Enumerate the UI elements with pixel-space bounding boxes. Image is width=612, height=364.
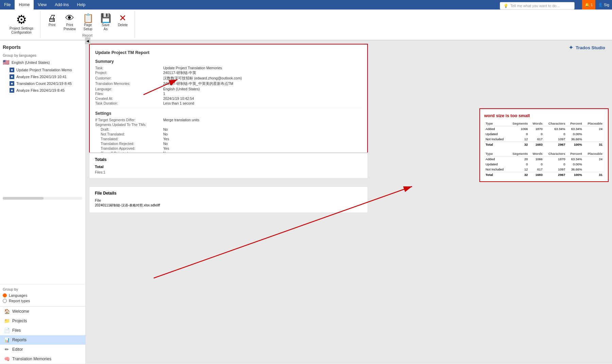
zoom-col-characters-2: Characters xyxy=(544,151,567,157)
tree-item-1[interactable]: ■ Analyze Files 2024/1/19 10:41 xyxy=(0,73,85,80)
tree-icon-2: ■ xyxy=(10,81,14,86)
zoom-col-percent-2: Percent xyxy=(566,151,583,157)
nav-editor-label: Editor xyxy=(12,347,23,352)
zoom-col-placeable: Placeable xyxy=(583,121,604,126)
print-icon: 🖨 xyxy=(48,14,56,22)
group-by-languages-label: Group by languages xyxy=(0,53,85,58)
page-setup-button[interactable]: 📋 PageSetup xyxy=(80,12,96,33)
settings-label: Settings xyxy=(95,111,362,116)
report-field-created: Created At: 2024/1/19 10:42:54 xyxy=(95,96,362,101)
page-setup-icon: 📋 xyxy=(83,14,94,22)
file-row: 20240111研制链-汉语-表格对照.xlsx.sdlxliff xyxy=(95,202,362,208)
delete-button[interactable]: ✕ Delete xyxy=(115,12,131,28)
nav-projects-label: Projects xyxy=(12,318,27,323)
table-row: Updated 0 0 0 0.00% xyxy=(484,131,604,136)
nav-editor[interactable]: ✏ Editor xyxy=(0,345,85,354)
report-field-language: Language: English (United States) xyxy=(95,87,362,91)
files-icon: 📄 xyxy=(4,328,10,333)
tree-icon-3: ■ xyxy=(10,88,14,93)
totals-files: Files:1 xyxy=(95,170,362,174)
nav-translation-memories[interactable]: 🧠 Translation Memories xyxy=(0,354,85,364)
zoom-table-1: Type Segments Words Characters Percent P… xyxy=(484,121,604,147)
report-panel: Update Project TM Report Summary Task: U… xyxy=(89,44,368,167)
tree-label-2: Translation Count 2024/1/19 8:45 xyxy=(16,81,72,86)
save-as-icon: 💾 xyxy=(100,14,111,22)
user-button[interactable]: 👤 Sig xyxy=(595,0,612,10)
nav-reports[interactable]: 📊 Reports xyxy=(0,335,85,345)
tree-icon-0: ■ xyxy=(10,68,14,72)
welcome-icon: 🏠 xyxy=(4,309,10,314)
zoom-col-segments-2: Segments xyxy=(508,151,529,157)
tree-label-0: Update Project Translation Memo xyxy=(16,68,72,72)
table-row: Added 1066 1870 63.34% 63.34% 24 xyxy=(484,126,604,132)
radio-report-types[interactable]: Report types xyxy=(3,298,83,304)
trados-icon: ✦ xyxy=(568,44,574,51)
totals-sub: Total xyxy=(95,165,362,169)
report-field-duration: Task Duration: Less than 1 second xyxy=(95,101,362,105)
setting-field-5: Translation Rejected: No xyxy=(95,142,362,146)
zoom-table-2: Type Segments Words Characters Percent P… xyxy=(484,151,604,177)
zoom-col-type-2: Type xyxy=(484,151,508,157)
setting-field-4: Translated: Yes xyxy=(95,137,362,141)
file-name: 20240111研制链-汉语-表格对照.xlsx.sdlxliff xyxy=(95,202,362,208)
table-row: Total 32 1683 2967 100% 31 xyxy=(484,172,604,178)
collapse-sidebar-button[interactable]: ◀ xyxy=(85,37,90,44)
content-area: ✦ Trados Studio Update Project TM Report… xyxy=(86,40,612,364)
save-as-button[interactable]: 💾 SaveAs xyxy=(98,12,114,33)
print-button[interactable]: 🖨 Print xyxy=(45,12,60,28)
zoom-col-words: Words xyxy=(529,121,544,126)
tab-add-ins[interactable]: Add-Ins xyxy=(51,0,73,10)
trados-logo: ✦ Trados Studio xyxy=(568,44,605,51)
file-details-panel: File Details File 20240111研制链-汉语-表格对照.xl… xyxy=(89,186,368,213)
setting-field-1: Segments Updated To The TMs: xyxy=(95,123,362,127)
table-row: Updated 0 0 0 0.00% xyxy=(484,162,604,167)
nav-reports-label: Reports xyxy=(12,338,27,342)
ribbon-group-project-settings: ⚙ Project SettingsConfiguration xyxy=(3,11,40,38)
tree-item-3[interactable]: ■ Analyze Files 2024/1/19 8:45 xyxy=(0,87,85,94)
tab-file[interactable]: File xyxy=(0,0,15,10)
editor-icon: ✏ xyxy=(4,347,10,352)
radio-report-types-circle xyxy=(3,299,7,303)
report-title: Update Project TM Report xyxy=(95,50,362,55)
project-settings-icon: ⚙ xyxy=(16,14,27,26)
file-col-header: File xyxy=(95,198,362,202)
tab-home[interactable]: Home xyxy=(15,0,34,10)
zoom-col-percent: Percent xyxy=(566,121,583,126)
tree-label-1: Analyze Files 2024/1/19 10:41 xyxy=(16,75,67,79)
summary-label: Summary xyxy=(95,59,362,64)
tree-item-2[interactable]: ■ Translation Count 2024/1/19 8:45 xyxy=(0,80,85,87)
nav-files[interactable]: 📄 Files xyxy=(0,326,85,335)
radio-languages-label: Languages xyxy=(9,293,27,297)
radio-languages[interactable]: Languages xyxy=(3,293,83,298)
notification-button[interactable]: 🔔 1 xyxy=(582,0,595,10)
projects-icon: 📁 xyxy=(4,318,10,324)
nav-projects[interactable]: 📁 Projects xyxy=(0,316,85,326)
report-field-tm: Translation Memories: 240117-研制链-中英_中英美的… xyxy=(95,81,362,86)
nav-welcome[interactable]: 🏠 Welcome xyxy=(0,307,85,316)
sidebar-groupby: Group by Languages Report types xyxy=(0,284,85,306)
zoom-label: word size is too small xyxy=(484,113,604,118)
nav-welcome-label: Welcome xyxy=(12,309,29,314)
print-preview-button[interactable]: 👁 PrintPreview xyxy=(61,12,79,33)
zoom-col-words-2: Words xyxy=(529,151,544,157)
nav-translation-memories-label: Translation Memories xyxy=(12,357,51,361)
sidebar-title: Reports xyxy=(0,43,85,53)
zoom-col-characters: Characters xyxy=(544,121,567,126)
tab-view[interactable]: View xyxy=(34,0,51,10)
table-row: Not Included 12 617 1097 36.66% xyxy=(484,136,604,142)
table-row: Total 32 1683 2967 100% 31 xyxy=(484,142,604,147)
totals-panel: Totals Total Files:1 xyxy=(89,152,368,179)
tab-help[interactable]: Help xyxy=(73,0,90,10)
totals-title: Totals xyxy=(95,157,362,162)
nav-items: 🏠 Welcome 📁 Projects 📄 Files 📊 Reports ✏… xyxy=(0,306,85,364)
tree-item-0[interactable]: ■ Update Project Translation Memo xyxy=(0,67,85,73)
zoom-col-type: Type xyxy=(484,121,508,126)
radio-report-types-label: Report types xyxy=(9,299,30,303)
tree-icon-1: ■ xyxy=(10,74,14,79)
project-settings-button[interactable]: ⚙ Project SettingsConfiguration xyxy=(7,12,36,36)
zoom-col-placeable-2: Placeable xyxy=(583,151,604,157)
table-row: Added 20 1066 1870 63.34% 24 xyxy=(484,157,604,162)
report-field-task: Task: Update Project Translation Memorie… xyxy=(95,66,362,70)
sidebar-scrollbar[interactable] xyxy=(3,197,83,200)
zoom-col-segments: Segments xyxy=(508,121,529,126)
